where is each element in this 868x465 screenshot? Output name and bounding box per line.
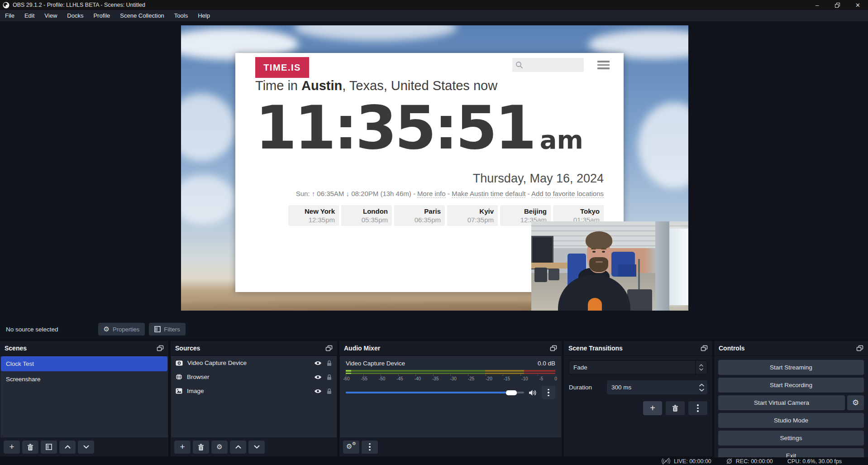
add-favorite-link[interactable]: Add to favorite locations (531, 190, 604, 198)
start-recording-button[interactable]: Start Recording (718, 378, 864, 393)
eye-icon[interactable] (314, 388, 322, 394)
search-input[interactable] (523, 62, 577, 69)
lock-icon[interactable] (326, 388, 332, 394)
scenes-header[interactable]: Scenes (0, 341, 168, 356)
gear-icon: ⚙ (852, 399, 859, 407)
scene-item-screenshare[interactable]: Screenshare (1, 372, 167, 387)
chevron-down-icon (699, 388, 704, 392)
popout-icon[interactable] (325, 345, 333, 351)
sources-header[interactable]: Sources (171, 341, 337, 356)
virtual-camera-config-button[interactable]: ⚙ (847, 395, 864, 410)
clock-time: 11:35:51 (255, 96, 534, 159)
scene-filters-button[interactable] (41, 441, 57, 454)
add-scene-button[interactable]: + (4, 441, 20, 454)
scene-transitions-body: Fade Duration 300 ms (564, 356, 712, 456)
menu-help[interactable]: Help (193, 10, 215, 21)
scene-item-clock-test[interactable]: Clock Test (1, 356, 167, 371)
chevron-up-icon (699, 364, 703, 367)
more-info-link[interactable]: More info (417, 190, 446, 198)
menu-edit[interactable]: Edit (19, 10, 39, 21)
make-default-link[interactable]: Make Austin time default (452, 190, 525, 198)
popout-icon[interactable] (157, 345, 164, 351)
program-canvas[interactable]: TIME.IS Time in Austin, Texas, United St… (181, 25, 688, 311)
audio-mixer-header[interactable]: Audio Mixer (339, 341, 562, 356)
gear-icon: ⚙ (104, 326, 110, 333)
transition-select[interactable]: Fade (569, 360, 707, 374)
studio-mode-button[interactable]: Studio Mode (718, 413, 864, 428)
popout-icon[interactable] (550, 345, 557, 351)
kebab-icon (548, 389, 549, 397)
clock-display: 11:35:51 am (255, 96, 583, 159)
filters-icon (46, 444, 52, 450)
filters-button[interactable]: Filters (149, 323, 185, 336)
mixer-menu-button[interactable] (362, 441, 378, 454)
properties-button[interactable]: ⚙ Properties (98, 323, 145, 336)
source-properties-button[interactable]: ⚙ (211, 441, 228, 454)
remove-scene-button[interactable] (22, 441, 38, 454)
cloud-art (638, 102, 688, 188)
remove-source-button[interactable] (193, 441, 209, 454)
controls-header[interactable]: Controls (714, 341, 868, 356)
minimize-button[interactable]: – (807, 0, 827, 10)
speaker-icon[interactable] (529, 389, 537, 396)
search-icon (515, 61, 523, 69)
volume-slider-handle[interactable] (506, 390, 517, 395)
cloud-art (294, 25, 457, 41)
menu-tools[interactable]: Tools (169, 10, 193, 21)
duration-spinbox[interactable]: 300 ms (607, 380, 707, 394)
hamburger-menu-icon[interactable] (597, 61, 610, 69)
start-virtual-camera-button[interactable]: Start Virtual Camera (718, 395, 845, 410)
start-streaming-button[interactable]: Start Streaming (718, 360, 864, 375)
source-item-video-capture[interactable]: Video Capture Device (171, 356, 337, 370)
eye-icon[interactable] (314, 374, 322, 380)
window-title: OBS 29.1.2 - Profile: LLHLS BETA - Scene… (13, 2, 145, 8)
source-item-browser[interactable]: Browser (171, 370, 337, 384)
mixer-options-button[interactable] (542, 386, 555, 399)
image-icon (176, 388, 182, 394)
kebab-icon (369, 443, 371, 451)
scenes-dock: Scenes Clock Test Screenshare + (0, 341, 168, 456)
select-arrows[interactable] (695, 361, 707, 374)
menu-docks[interactable]: Docks (62, 10, 88, 21)
city-paris[interactable]: Paris06:35pm (394, 205, 445, 226)
scene-transitions-header[interactable]: Scene Transitions (564, 341, 712, 356)
restore-button[interactable] (827, 0, 848, 10)
eye-icon[interactable] (314, 360, 322, 366)
controls-dock: Controls Start Streaming Start Recording… (714, 341, 868, 456)
lock-icon[interactable] (326, 360, 332, 366)
source-item-image[interactable]: Image (171, 384, 337, 398)
city-kyiv[interactable]: Kyiv07:35pm (447, 205, 498, 226)
add-transition-button[interactable]: + (643, 401, 662, 415)
menu-profile[interactable]: Profile (88, 10, 115, 21)
webcam-source (531, 221, 688, 311)
gear-icon: ⚙ (216, 444, 222, 451)
advanced-audio-button[interactable]: ⚙⚙ (343, 441, 359, 454)
cloud-art (181, 175, 235, 225)
timeis-search-box[interactable] (512, 58, 584, 72)
lock-icon[interactable] (326, 374, 332, 380)
remove-transition-button[interactable] (666, 401, 685, 415)
move-source-up-button[interactable] (230, 441, 246, 454)
city-london[interactable]: London05:35pm (341, 205, 392, 226)
performance-stats: CPU: 0.6%, 30.00 fps (787, 458, 842, 465)
close-button[interactable]: ✕ (848, 0, 868, 10)
menu-view[interactable]: View (39, 10, 62, 21)
gears-icon: ⚙⚙ (346, 443, 356, 451)
move-scene-down-button[interactable] (78, 441, 94, 454)
city-newyork[interactable]: New York12:35pm (288, 205, 339, 226)
timeis-logo[interactable]: TIME.IS (255, 57, 309, 78)
volume-slider[interactable] (346, 392, 524, 393)
spin-arrows[interactable] (696, 384, 707, 392)
transition-options-button[interactable] (688, 401, 707, 415)
move-source-down-button[interactable] (248, 441, 265, 454)
cloud-art (181, 93, 235, 161)
menu-scene-collection[interactable]: Scene Collection (115, 10, 169, 21)
menu-file[interactable]: File (0, 10, 19, 21)
move-scene-up-button[interactable] (59, 441, 76, 454)
popout-icon[interactable] (701, 345, 708, 351)
scenes-toolbar: + (0, 437, 168, 456)
add-source-button[interactable]: + (174, 441, 191, 454)
popout-icon[interactable] (856, 345, 863, 351)
settings-button[interactable]: Settings (718, 431, 864, 446)
selection-status: No source selected (6, 326, 58, 333)
